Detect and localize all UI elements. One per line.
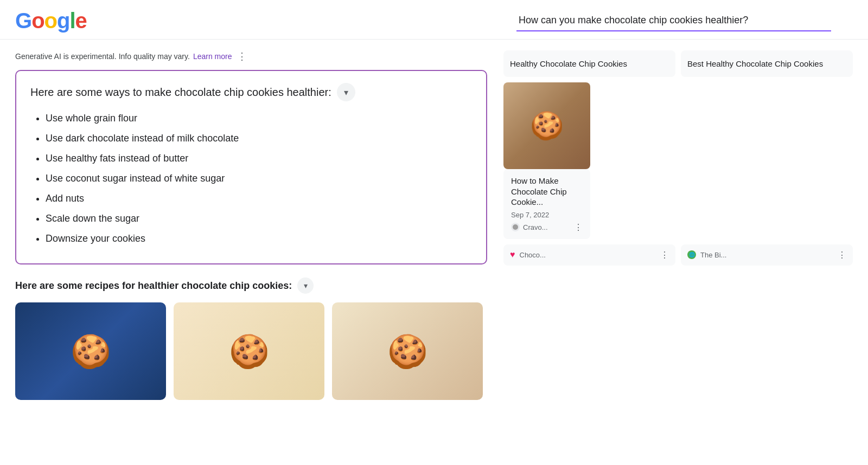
source-name: Cravo... [523,223,548,231]
recipe-image-2[interactable]: 🍪 [174,302,324,400]
recipes-collapse-button[interactable]: ▾ [297,277,314,294]
logo-letter-g: G [15,9,31,33]
list-item: Use coconut sugar instead of white sugar [46,171,472,186]
source-menu-icon[interactable]: ⋮ [574,222,583,232]
globe-icon: 🌐 [687,250,696,259]
cookie-emoji-1: 🍪 [71,332,111,371]
recipes-title: Here are some recipes for healthier choc… [15,277,487,294]
list-item: Use whole grain flour [46,111,472,126]
svg-point-0 [513,224,518,230]
header: Google [0,0,868,31]
search-input[interactable] [516,10,831,31]
source-attribution: Cravo... ⋮ [511,222,583,232]
right-image-col: 🍪 How to Make Chocolate Chip Cookie... S… [503,82,590,239]
bottom-card-1-content: ♥ Choco... ⋮ [510,250,669,260]
right-main-area: 🍪 How to Make Chocolate Chip Cookie... S… [503,82,853,239]
ai-answer-collapse-button[interactable]: ▾ [337,83,355,101]
right-card-1-title: Healthy Chocolate Chip Cookies [510,58,669,69]
google-logo: Google [15,10,87,31]
bottom-sources: ♥ Choco... ⋮ 🌐 The Bi... ⋮ [503,244,853,266]
source-title: How to Make Chocolate Chip Cookie... [511,176,583,208]
list-item: Add nuts [46,191,472,206]
bottom-card-1-name: Choco... [520,251,546,259]
learn-more-link[interactable]: Learn more [193,52,232,61]
ai-answer-box: Here are some ways to make chocolate chi… [15,70,487,264]
ai-answer-title: Here are some ways to make chocolate chi… [30,83,472,101]
main-content: Generative AI is experimental. Info qual… [0,40,868,400]
bottom-card-1-menu-icon[interactable]: ⋮ [660,250,669,260]
recipe-image-1[interactable]: 🍪 [15,302,166,400]
logo-letter-o1: o [31,9,44,33]
right-card-1[interactable]: Healthy Chocolate Chip Cookies [503,50,675,77]
logo-letter-o2: o [44,9,57,33]
heart-icon: ♥ [510,250,515,260]
left-column: Generative AI is experimental. Info qual… [15,50,487,400]
list-item: Use healthy fats instead of butter [46,151,472,166]
cookie-emoji-3: 🍪 [387,332,428,371]
list-item: Downsize your cookies [46,231,472,246]
source-info-card: How to Make Chocolate Chip Cookie... Sep… [503,169,590,239]
recipe-images: 🍪 🍪 🍪 [15,302,487,400]
search-bar-wrapper [87,10,853,31]
ai-notice-text: Generative AI is experimental. Info qual… [15,52,190,61]
cookie-main-image[interactable]: 🍪 [503,82,590,169]
right-card-2-title: Best Healthy Chocolate Chip Cookies [687,58,846,69]
cookie-emoji-2: 🍪 [229,332,270,371]
chevron-down-icon: ▾ [344,87,348,98]
list-item: Scale down the sugar [46,211,472,226]
recipes-chevron-icon: ▾ [304,281,308,290]
bottom-card-2-name: The Bi... [700,251,726,259]
recipe-image-3[interactable]: 🍪 [332,302,483,400]
recipes-title-text: Here are some recipes for healthier choc… [15,280,292,292]
right-card-2[interactable]: Best Healthy Chocolate Chip Cookies [681,50,853,77]
ai-notice-menu-icon[interactable]: ⋮ [237,50,247,62]
ai-notice: Generative AI is experimental. Info qual… [15,50,487,62]
ai-answer-title-text: Here are some ways to make chocolate chi… [30,85,331,100]
right-column: Healthy Chocolate Chip Cookies Best Heal… [503,50,853,400]
logo-letter-e: e [75,9,87,33]
bottom-card-1[interactable]: ♥ Choco... ⋮ [503,244,675,266]
cookie-main-emoji: 🍪 [530,110,564,141]
list-item: Use dark chocolate instead of milk choco… [46,131,472,146]
source-date: Sep 7, 2022 [511,211,583,219]
logo-letter-l: l [69,9,75,33]
ai-tips-list: Use whole grain flour Use dark chocolate… [30,111,472,246]
bottom-card-2[interactable]: 🌐 The Bi... ⋮ [681,244,853,266]
source-site-icon [511,223,520,231]
logo-letter-g2: g [57,9,69,33]
bottom-card-2-menu-icon[interactable]: ⋮ [838,250,846,260]
site-icon-svg [513,224,518,230]
recipes-section: Here are some recipes for healthier choc… [15,277,487,400]
bottom-card-2-content: 🌐 The Bi... ⋮ [687,250,846,260]
right-top-cards: Healthy Chocolate Chip Cookies Best Heal… [503,50,853,77]
